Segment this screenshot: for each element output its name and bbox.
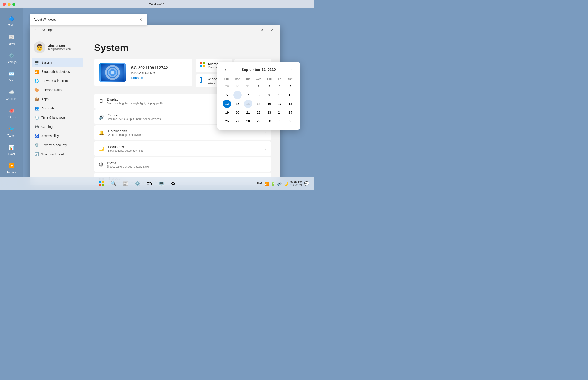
calendar-day[interactable]: 31 — [244, 82, 252, 90]
focus-row-content: Focus assist Notifications, automatic ru… — [108, 145, 262, 152]
taskbar-recycle[interactable]: ♻ — [168, 179, 178, 189]
taskbar-battery-icon[interactable]: 🔋 — [271, 182, 275, 186]
nav-item-apps[interactable]: 📦 Apps — [32, 95, 83, 104]
nav-label-update: Windows Update — [41, 152, 66, 156]
taskbar-clock[interactable]: 06:39 PM 12/9/2021 — [290, 180, 302, 187]
calendar-day[interactable]: 13 — [233, 100, 242, 108]
calendar-day[interactable]: 7 — [244, 91, 252, 99]
sidebar-item-todo[interactable]: 🔷 Todo — [2, 13, 21, 29]
taskbar-moon-icon[interactable]: 🌙 — [284, 182, 288, 186]
nav-label-privacy: Privacy & security — [41, 143, 67, 147]
power-row-title: Power — [107, 161, 262, 165]
nav-label-time: Time & language — [41, 116, 65, 119]
calendar-day[interactable]: 3 — [276, 82, 284, 90]
sidebar-item-twitter[interactable]: 🐦 Twitter — [2, 123, 21, 139]
mac-minimize-button[interactable] — [8, 3, 11, 6]
user-avatar: 👨 — [34, 41, 45, 53]
nav-item-accounts[interactable]: 👥 Accounts — [32, 104, 83, 113]
calendar-day[interactable]: 2 — [265, 82, 273, 90]
taskbar-terminal[interactable]: 💻 — [156, 179, 166, 189]
sidebar-item-settings[interactable]: ⚙️ Settings — [2, 50, 21, 66]
taskbar-news-tb[interactable]: 📰 — [120, 179, 130, 189]
calendar-day[interactable]: 1 — [276, 117, 284, 125]
calendar-day[interactable]: 8 — [255, 91, 263, 99]
settings-row-power[interactable]: ⏻ Power Sleep, battery usage, battery sa… — [94, 157, 271, 172]
user-name: Jinxiansen — [48, 44, 71, 47]
sidebar-item-github[interactable]: 🐙 Github — [2, 105, 21, 121]
nav-item-accessibility[interactable]: ♿ Accessibility — [32, 131, 83, 140]
calendar-day[interactable]: 30 — [265, 117, 273, 125]
settings-row-focus[interactable]: 🌙 Focus assist Notifications, automatic … — [94, 141, 271, 156]
calendar-day[interactable]: 9 — [265, 91, 273, 99]
calendar-day[interactable]: 6 — [233, 91, 242, 99]
win-close-button[interactable]: ✕ — [267, 26, 278, 34]
cal-header-Sat: Sat — [285, 77, 295, 82]
taskbar-store[interactable]: 🛍 — [144, 179, 154, 189]
taskbar-chat-icon[interactable]: 💬 — [304, 181, 309, 186]
calendar-day[interactable]: 24 — [276, 108, 284, 116]
mac-maximize-button[interactable] — [12, 3, 15, 6]
power-row-content: Power Sleep, battery usage, battery save… — [107, 161, 262, 168]
calendar-day[interactable]: 26 — [223, 117, 231, 125]
calendar-day[interactable]: 11 — [286, 91, 294, 99]
calendar-day[interactable]: 12 — [223, 100, 231, 108]
calendar-day[interactable]: 2 — [286, 117, 294, 125]
sidebar-item-mail[interactable]: ✉️ Mail — [2, 68, 21, 84]
calendar-day[interactable]: 17 — [276, 100, 284, 108]
win-minimize-button[interactable]: — — [246, 26, 256, 34]
about-close-button[interactable]: ✕ — [138, 17, 143, 22]
calendar-day[interactable]: 19 — [223, 108, 231, 116]
taskbar: 🔍📰⚙️🛍💻♻ ENG 📶 🔋 🔊 🌙 06:39 PM 12/9/2021 💬 — [0, 177, 314, 190]
win-maximize-button[interactable]: ⧉ — [257, 26, 267, 34]
nav-item-privacy[interactable]: 🛡️ Privacy & security — [32, 140, 83, 150]
sidebar-item-movies[interactable]: ▶️ Movies — [2, 160, 21, 176]
calendar-day[interactable]: 29 — [255, 117, 263, 125]
onedrive-icon: ☁️ — [7, 88, 16, 96]
sidebar-item-news[interactable]: 📰 News — [2, 31, 21, 47]
taskbar-volume-icon[interactable]: 🔊 — [277, 182, 282, 186]
mac-close-button[interactable] — [3, 3, 6, 6]
taskbar-search[interactable]: 🔍 — [108, 179, 119, 189]
personalization-nav-icon: 🎨 — [35, 88, 39, 92]
calendar-day[interactable]: 14 — [244, 100, 252, 108]
mac-titlebar: Windows11 — [0, 0, 314, 8]
calendar-prev-button[interactable]: ‹ — [222, 67, 228, 73]
nav-item-system[interactable]: 🖥️ System — [32, 58, 83, 67]
nav-item-gaming[interactable]: 🎮 Gaming — [32, 122, 83, 131]
nav-item-network[interactable]: 🌐 Network & internet — [32, 76, 83, 85]
calendar-day[interactable]: 10 — [276, 91, 284, 99]
apps-nav-icon: 📦 — [35, 97, 39, 101]
calendar-day[interactable]: 4 — [286, 82, 294, 90]
rename-link[interactable]: Rename — [131, 76, 187, 80]
calendar-day[interactable]: 29 — [223, 82, 231, 90]
nav-item-time[interactable]: 🕐 Time & language — [32, 113, 83, 122]
calendar-day[interactable]: 28 — [244, 117, 252, 125]
calendar-day[interactable]: 27 — [233, 117, 242, 125]
calendar-day[interactable]: 16 — [265, 100, 273, 108]
nav-item-update[interactable]: 🔄 Windows Update — [32, 150, 83, 159]
sidebar-item-excel[interactable]: 📊 Excel — [2, 141, 21, 157]
calendar-day[interactable]: 23 — [265, 108, 273, 116]
calendar-day[interactable]: 5 — [223, 91, 231, 99]
search-icon: 🔍 — [110, 181, 117, 187]
calendar-day[interactable]: 1 — [255, 82, 263, 90]
taskbar-start[interactable] — [97, 179, 107, 189]
nav-item-personalization[interactable]: 🎨 Personalization — [32, 85, 83, 95]
taskbar-settings-tb[interactable]: ⚙️ — [132, 179, 142, 189]
focus-row-subtitle: Notifications, automatic rules — [108, 149, 262, 152]
calendar-day[interactable]: 21 — [244, 108, 252, 116]
calendar-day[interactable]: 18 — [286, 100, 294, 108]
calendar-day[interactable]: 15 — [255, 100, 263, 108]
sound-row-icon: 🔊 — [99, 114, 104, 120]
calendar-day[interactable]: 25 — [286, 108, 294, 116]
gaming-nav-icon: 🎮 — [35, 124, 39, 129]
sidebar-item-onedrive[interactable]: ☁️ Onedrive — [2, 86, 21, 102]
calendar-day[interactable]: 30 — [233, 82, 242, 90]
calendar-next-button[interactable]: › — [289, 67, 295, 73]
calendar-day[interactable]: 20 — [233, 108, 242, 116]
settings-back-button[interactable]: ← — [33, 26, 40, 34]
taskbar-wifi-icon[interactable]: 📶 — [264, 182, 269, 186]
sidebar-label-movies: Movies — [7, 171, 16, 174]
nav-item-bluetooth[interactable]: 📶 Bluetooth & devices — [32, 67, 83, 76]
calendar-day[interactable]: 22 — [255, 108, 263, 116]
